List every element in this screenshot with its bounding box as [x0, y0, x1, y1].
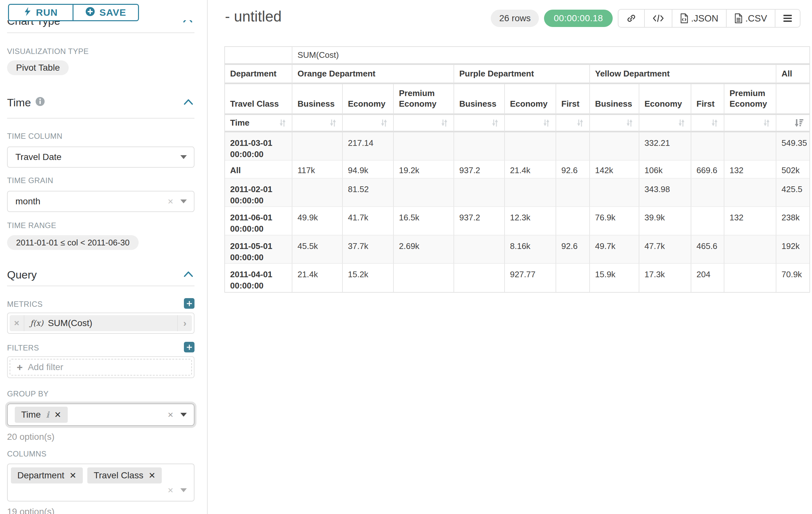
- sort-icon: [625, 118, 634, 128]
- pivot-value-cell: [292, 132, 342, 161]
- pivot-table: SUM(Cost)DepartmentOrange DepartmentPurp…: [225, 47, 809, 292]
- pivot-sort-cell[interactable]: [342, 115, 393, 132]
- dropdown-caret-icon[interactable]: [180, 488, 187, 492]
- sort-icon: [491, 118, 499, 128]
- link-icon: [626, 13, 636, 23]
- pivot-value-cell: 204: [691, 264, 724, 292]
- pivot-col-header[interactable]: Business: [589, 84, 639, 115]
- pivot-col-header[interactable]: Economy: [504, 84, 556, 115]
- pivot-col-header[interactable]: Premium Economy: [393, 84, 454, 115]
- chevron-up-icon[interactable]: [182, 97, 195, 108]
- filters-box: + Add filter: [7, 356, 195, 378]
- viz-type-value[interactable]: Pivot Table: [7, 60, 69, 75]
- hamburger-menu-icon: [783, 14, 792, 23]
- pivot-sort-cell[interactable]: [691, 115, 724, 132]
- menu-button[interactable]: [775, 10, 800, 27]
- pivot-col-header[interactable]: [776, 84, 809, 115]
- divider: [7, 118, 195, 118]
- pivot-sort-cell[interactable]: [776, 115, 809, 132]
- info-icon[interactable]: [35, 97, 45, 109]
- groupby-select[interactable]: Time i ✕ ×: [7, 404, 195, 426]
- add-filter-button[interactable]: [184, 342, 195, 352]
- pivot-sort-cell[interactable]: [292, 115, 342, 132]
- pivot-value-cell: [724, 264, 776, 292]
- pivot-row-header[interactable]: 2011-03-01 00:00:00: [225, 132, 292, 161]
- pivot-sort-cell[interactable]: [504, 115, 556, 132]
- groupby-label: GROUP BY: [7, 389, 195, 398]
- columns-chip-department[interactable]: Department ✕: [11, 467, 83, 484]
- pivot-value-cell: [724, 236, 776, 264]
- pivot-row-axis-time[interactable]: Time: [225, 115, 292, 132]
- pivot-sort-cell[interactable]: [724, 115, 776, 132]
- sort-icon: [329, 118, 337, 128]
- embed-code-button[interactable]: [644, 10, 672, 27]
- metrics-control: METRICS × ƒ(x) SUM(Cost) ›: [7, 298, 195, 334]
- pivot-col-header[interactable]: First: [691, 84, 724, 115]
- add-metric-button[interactable]: [184, 298, 195, 309]
- groupby-control: GROUP BY Time i ✕ × 20 option(s): [7, 389, 195, 442]
- pivot-value-cell: 8.16k: [504, 236, 556, 264]
- pivot-col-header[interactable]: Economy: [342, 84, 393, 115]
- dropdown-caret-icon[interactable]: [180, 155, 187, 159]
- metric-item[interactable]: × ƒ(x) SUM(Cost) ›: [7, 313, 195, 334]
- export-json-button[interactable]: .JSON: [672, 10, 726, 27]
- pivot-col-header[interactable]: Premium Economy: [724, 84, 776, 115]
- info-icon[interactable]: i: [46, 410, 49, 420]
- pivot-value-cell: 17.3k: [639, 264, 691, 292]
- pivot-value-cell: [393, 264, 454, 292]
- remove-chip-icon[interactable]: ✕: [54, 410, 61, 420]
- pivot-sort-cell[interactable]: [556, 115, 589, 132]
- pivot-value-cell: [691, 179, 724, 207]
- chevron-up-icon[interactable]: [182, 270, 195, 280]
- pivot-value-cell: 92.6: [556, 161, 589, 179]
- run-button[interactable]: RUN: [9, 5, 74, 20]
- dropdown-caret-icon[interactable]: [180, 413, 187, 417]
- expand-metric-icon[interactable]: ›: [177, 315, 192, 331]
- clear-icon[interactable]: ×: [168, 410, 173, 420]
- pivot-row-header[interactable]: All: [225, 161, 292, 179]
- dropdown-caret-icon[interactable]: [180, 199, 187, 204]
- remove-chip-icon[interactable]: ✕: [69, 470, 77, 481]
- time-grain-select[interactable]: month ×: [7, 191, 195, 212]
- chart-title[interactable]: - untitled: [225, 8, 282, 25]
- pivot-value-cell: 81.52: [342, 179, 393, 207]
- pivot-value-cell: [454, 264, 504, 292]
- groupby-chip-time[interactable]: Time i ✕: [15, 407, 68, 423]
- pivot-sort-cell[interactable]: [393, 115, 454, 132]
- add-filter-dropzone[interactable]: + Add filter: [10, 359, 192, 376]
- file-json-icon: [680, 13, 689, 23]
- pivot-row-header[interactable]: 2011-02-01 00:00:00: [225, 179, 292, 207]
- copy-link-button[interactable]: [618, 10, 644, 27]
- clear-icon[interactable]: ×: [168, 485, 173, 495]
- time-column-label: TIME COLUMN: [7, 132, 195, 141]
- clear-icon[interactable]: ×: [168, 197, 173, 206]
- pivot-sort-cell[interactable]: [589, 115, 639, 132]
- pivot-value-cell: [292, 179, 342, 207]
- pivot-col-group-header[interactable]: Yellow Department: [589, 65, 776, 84]
- pivot-value-cell: 238k: [776, 207, 809, 235]
- pivot-row-header[interactable]: 2011-06-01 00:00:00: [225, 207, 292, 235]
- pivot-sort-cell[interactable]: [454, 115, 504, 132]
- columns-chip-travel-class[interactable]: Travel Class ✕: [87, 467, 162, 484]
- remove-chip-icon[interactable]: ✕: [149, 470, 156, 481]
- save-button[interactable]: SAVE: [74, 5, 138, 20]
- remove-metric-icon[interactable]: ×: [10, 315, 24, 331]
- query-timer-badge: 00:00:00.18: [544, 10, 612, 27]
- pivot-row-header[interactable]: 2011-04-01 00:00:00: [225, 264, 292, 292]
- pivot-row-header[interactable]: 2011-05-01 00:00:00: [225, 236, 292, 264]
- time-range-value[interactable]: 2011-01-01 ≤ col < 2011-06-30: [7, 235, 139, 250]
- pivot-col-group-header[interactable]: Orange Department: [292, 65, 454, 84]
- control-panel-sidebar: Chart Type RUN SAVE VISUALIZATION TYPE P…: [0, 0, 208, 514]
- query-section-header: Query: [7, 269, 195, 281]
- time-column-select[interactable]: Travel Date: [7, 146, 195, 168]
- export-csv-button[interactable]: .CSV: [726, 10, 775, 27]
- pivot-col-group-header[interactable]: All: [776, 65, 809, 84]
- columns-select[interactable]: Department ✕ Travel Class ✕ ×: [7, 464, 195, 502]
- pivot-col-header[interactable]: Economy: [639, 84, 691, 115]
- time-section-header: Time: [7, 97, 195, 109]
- pivot-col-header[interactable]: Business: [454, 84, 504, 115]
- pivot-col-header[interactable]: First: [556, 84, 589, 115]
- pivot-col-group-header[interactable]: Purple Department: [454, 65, 589, 84]
- pivot-sort-cell[interactable]: [639, 115, 691, 132]
- pivot-col-header[interactable]: Business: [292, 84, 342, 115]
